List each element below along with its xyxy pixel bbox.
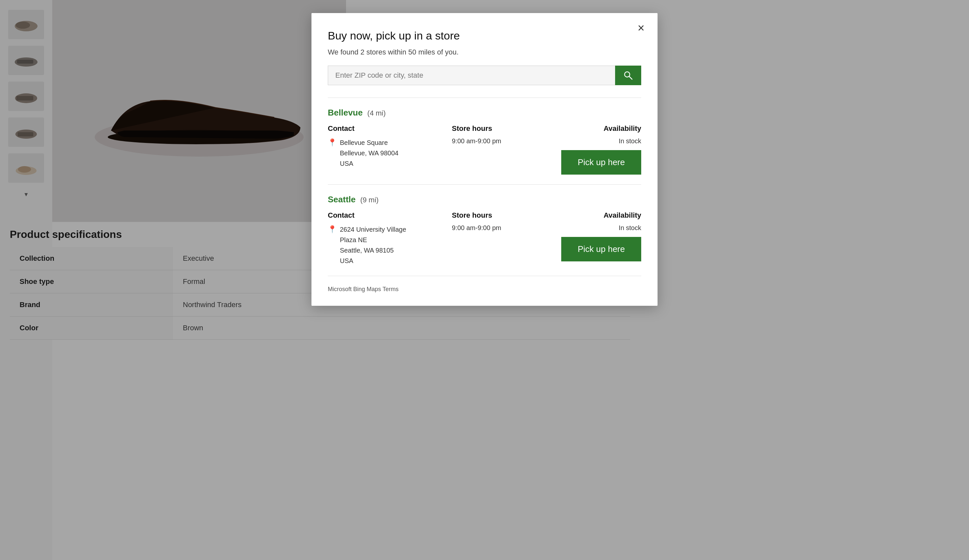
modal-close-button[interactable]: × xyxy=(638,22,644,34)
maps-terms-link[interactable]: Microsoft Bing Maps Terms xyxy=(328,286,641,293)
store-seattle-address-row: 📍 2624 University VillagePlaza NESeattle… xyxy=(328,224,439,266)
store-bellevue-availability-header: Availability xyxy=(550,124,641,133)
divider-top xyxy=(328,98,641,98)
store-bellevue-hours: 9:00 am-9:00 pm xyxy=(452,137,537,145)
store-seattle: Seattle (9 mi) Contact 📍 2624 University… xyxy=(328,194,641,266)
store-bellevue-hours-col: Store hours 9:00 am-9:00 pm xyxy=(452,124,537,145)
store-bellevue-availability-status: In stock xyxy=(550,137,641,145)
store-bellevue-contact-header: Contact xyxy=(328,124,439,133)
store-seattle-pin-icon: 📍 xyxy=(328,225,336,234)
store-bellevue-columns: Contact 📍 Bellevue SquareBellevue, WA 98… xyxy=(328,124,641,174)
store-seattle-availability-status: In stock xyxy=(550,224,641,232)
store-seattle-hours: 9:00 am-9:00 pm xyxy=(452,224,537,232)
store-bellevue: Bellevue (4 mi) Contact 📍 Bellevue Squar… xyxy=(328,108,641,174)
store-seattle-pickup-button[interactable]: Pick up here xyxy=(561,237,641,261)
store-pickup-modal: × Buy now, pick up in a store We found 2… xyxy=(311,13,658,306)
store-bellevue-contact: Contact 📍 Bellevue SquareBellevue, WA 98… xyxy=(328,124,439,169)
store-seattle-address: 2624 University VillagePlaza NESeattle, … xyxy=(340,224,406,266)
modal-subtitle: We found 2 stores within 50 miles of you… xyxy=(328,48,641,56)
modal-title: Buy now, pick up in a store xyxy=(328,29,641,42)
store-bellevue-pin-icon: 📍 xyxy=(328,138,336,147)
divider-middle xyxy=(328,184,641,185)
store-bellevue-name: Bellevue xyxy=(328,108,363,118)
store-seattle-name-row: Seattle (9 mi) xyxy=(328,194,641,204)
store-seattle-contact-header: Contact xyxy=(328,211,439,219)
store-seattle-availability-col: Availability In stock Pick up here xyxy=(550,211,641,261)
zip-input[interactable] xyxy=(328,66,615,85)
store-bellevue-address: Bellevue SquareBellevue, WA 98004USA xyxy=(340,137,398,169)
store-bellevue-hours-header: Store hours xyxy=(452,124,537,133)
store-bellevue-name-row: Bellevue (4 mi) xyxy=(328,108,641,118)
store-bellevue-address-row: 📍 Bellevue SquareBellevue, WA 98004USA xyxy=(328,137,439,169)
store-seattle-hours-col: Store hours 9:00 am-9:00 pm xyxy=(452,211,537,232)
store-seattle-hours-header: Store hours xyxy=(452,211,537,219)
store-seattle-name: Seattle xyxy=(328,194,356,204)
store-bellevue-pickup-button[interactable]: Pick up here xyxy=(561,150,641,174)
svg-line-13 xyxy=(629,76,632,79)
store-bellevue-availability-col: Availability In stock Pick up here xyxy=(550,124,641,174)
divider-bottom xyxy=(328,276,641,276)
zip-search-button[interactable] xyxy=(615,66,641,85)
modal-overlay: × Buy now, pick up in a store We found 2… xyxy=(0,0,969,560)
store-seattle-columns: Contact 📍 2624 University VillagePlaza N… xyxy=(328,211,641,266)
search-icon xyxy=(623,70,633,80)
zip-search-row xyxy=(328,66,641,85)
store-seattle-contact: Contact 📍 2624 University VillagePlaza N… xyxy=(328,211,439,266)
store-seattle-availability-header: Availability xyxy=(550,211,641,219)
store-bellevue-distance: (4 mi) xyxy=(365,109,386,117)
store-seattle-distance: (9 mi) xyxy=(358,196,378,204)
